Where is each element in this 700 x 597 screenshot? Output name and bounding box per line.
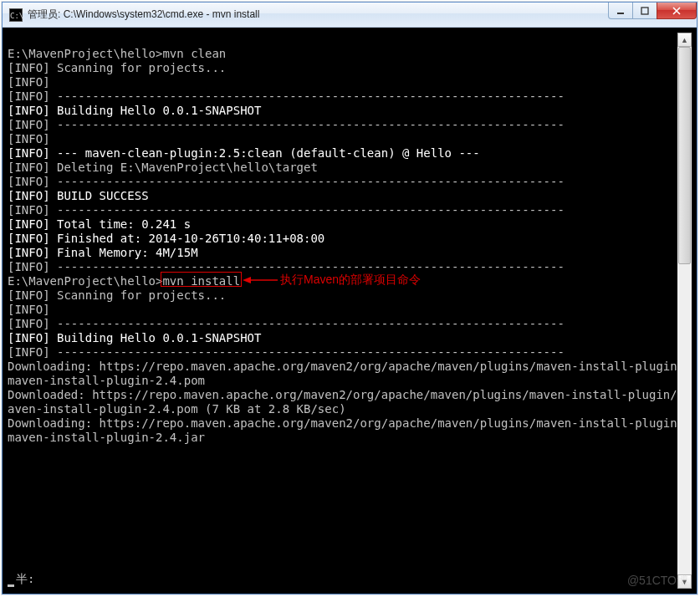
terminal-line: [INFO] Building Hello 0.0.1-SNAPSHOT — [8, 331, 692, 345]
cmd-window: C:\ 管理员: C:\Windows\system32\cmd.exe - m… — [2, 2, 697, 594]
terminal-text: [INFO] Finished at: 2014-10-26T10:40:11+… — [8, 232, 324, 246]
terminal-line: E:\MavenProject\hello>mvn clean — [8, 47, 692, 61]
terminal-line: [INFO] — [8, 75, 692, 89]
svg-rect-0 — [617, 13, 624, 14]
terminal-text: [INFO] Total time: 0.241 s — [8, 217, 191, 232]
scroll-up-button[interactable]: ▲ — [677, 33, 692, 47]
window-title: 管理员: C:\Windows\system32\cmd.exe - mvn i… — [28, 8, 259, 22]
terminal-text: E:\MavenProject\hello>mvn clean — [8, 47, 226, 61]
terminal-text: Downloading: https://repo.maven.apache.o… — [8, 360, 692, 374]
scroll-track[interactable] — [677, 47, 692, 574]
terminal-line: [INFO] ---------------------------------… — [8, 203, 692, 217]
terminal-text: [INFO] Scanning for projects... — [8, 288, 226, 303]
terminal-line: [INFO] Building Hello 0.0.1-SNAPSHOT — [8, 104, 692, 118]
terminal-line: [INFO] ---------------------------------… — [8, 260, 692, 274]
terminal-line: maven-install-plugin-2.4.jar — [8, 431, 692, 445]
terminal-line — [8, 33, 692, 47]
vertical-scrollbar[interactable]: ▲ ▼ — [677, 33, 692, 589]
terminal-text: [INFO] BUILD SUCCESS — [8, 189, 149, 203]
terminal-text: [INFO] ---------------------------------… — [8, 203, 565, 217]
terminal-line: [INFO] Scanning for projects... — [8, 288, 692, 303]
terminal-text: [INFO] --- maven-clean-plugin:2.5:clean … — [8, 146, 480, 161]
terminal-line: [INFO] ---------------------------------… — [8, 89, 692, 104]
scroll-thumb[interactable] — [678, 47, 691, 264]
titlebar[interactable]: C:\ 管理员: C:\Windows\system32\cmd.exe - m… — [3, 3, 697, 28]
terminal-text: [INFO] — [8, 303, 50, 317]
terminal-line: [INFO] ---------------------------------… — [8, 175, 692, 189]
cursor-icon — [8, 584, 14, 587]
terminal-line: Downloading: https://repo.maven.apache.o… — [8, 360, 692, 374]
svg-rect-1 — [641, 8, 648, 14]
terminal-line: Downloaded: https://repo.maven.apache.or… — [8, 388, 692, 402]
terminal-text: [INFO] — [8, 132, 50, 146]
terminal-text: [INFO] ---------------------------------… — [8, 260, 565, 274]
terminal-line: aven-install-plugin-2.4.pom (7 KB at 2.8… — [8, 402, 692, 416]
cmd-icon: C:\ — [9, 8, 23, 22]
terminal-line: [INFO] — [8, 132, 692, 146]
terminal-text: [INFO] ---------------------------------… — [8, 345, 565, 360]
close-button[interactable] — [657, 3, 697, 19]
terminal-text: E:\MavenProject\hello>mvn install — [8, 274, 240, 288]
terminal-text: [INFO] — [8, 75, 50, 89]
terminal-text: [INFO] Final Memory: 4M/15M — [8, 246, 198, 260]
terminal-text: Downloaded: https://repo.maven.apache.or… — [8, 388, 692, 402]
terminal-text: [INFO] Scanning for projects... — [8, 61, 226, 75]
terminal-line: [INFO] Deleting E:\MavenProject\hello\ta… — [8, 161, 692, 175]
terminal-text: maven-install-plugin-2.4.jar — [8, 431, 205, 445]
ime-status-text: 半: — [16, 572, 34, 587]
terminal-line: [INFO] ---------------------------------… — [8, 118, 692, 132]
terminal-line: Downloading: https://repo.maven.apache.o… — [8, 416, 692, 431]
terminal-line: E:\MavenProject\hello>mvn install — [8, 274, 692, 288]
terminal-line: maven-install-plugin-2.4.pom — [8, 374, 692, 388]
terminal-output[interactable]: E:\MavenProject\hello>mvn clean[INFO] Sc… — [8, 33, 692, 589]
window-controls — [609, 3, 697, 19]
terminal-line: [INFO] — [8, 303, 692, 317]
minimize-button[interactable] — [608, 3, 633, 19]
terminal-text: [INFO] Building Hello 0.0.1-SNAPSHOT — [8, 331, 261, 345]
terminal-text: [INFO] ---------------------------------… — [8, 118, 565, 132]
maximize-button[interactable] — [632, 3, 657, 19]
terminal-line: [INFO] Scanning for projects... — [8, 61, 692, 75]
terminal-text: Downloading: https://repo.maven.apache.o… — [8, 416, 692, 431]
terminal-line: [INFO] Finished at: 2014-10-26T10:40:11+… — [8, 232, 692, 246]
terminal-line: [INFO] ---------------------------------… — [8, 317, 692, 331]
terminal-line: [INFO] --- maven-clean-plugin:2.5:clean … — [8, 146, 692, 161]
terminal-line: [INFO] Final Memory: 4M/15M — [8, 246, 692, 260]
terminal-line: [INFO] BUILD SUCCESS — [8, 189, 692, 203]
terminal-text: [INFO] ---------------------------------… — [8, 175, 565, 189]
terminal-text: [INFO] ---------------------------------… — [8, 317, 565, 331]
terminal-text: maven-install-plugin-2.4.pom — [8, 374, 205, 388]
terminal-line: [INFO] Total time: 0.241 s — [8, 217, 692, 232]
terminal-text: [INFO] ---------------------------------… — [8, 89, 565, 104]
terminal-text: aven-install-plugin-2.4.pom (7 KB at 2.8… — [8, 402, 346, 416]
terminal-text: [INFO] Deleting E:\MavenProject\hello\ta… — [8, 161, 318, 175]
terminal-text: [INFO] Building Hello 0.0.1-SNAPSHOT — [8, 104, 261, 118]
ime-status: 半: — [8, 572, 34, 587]
terminal-line: [INFO] ---------------------------------… — [8, 345, 692, 360]
watermark: @51CTO博 — [627, 574, 688, 589]
